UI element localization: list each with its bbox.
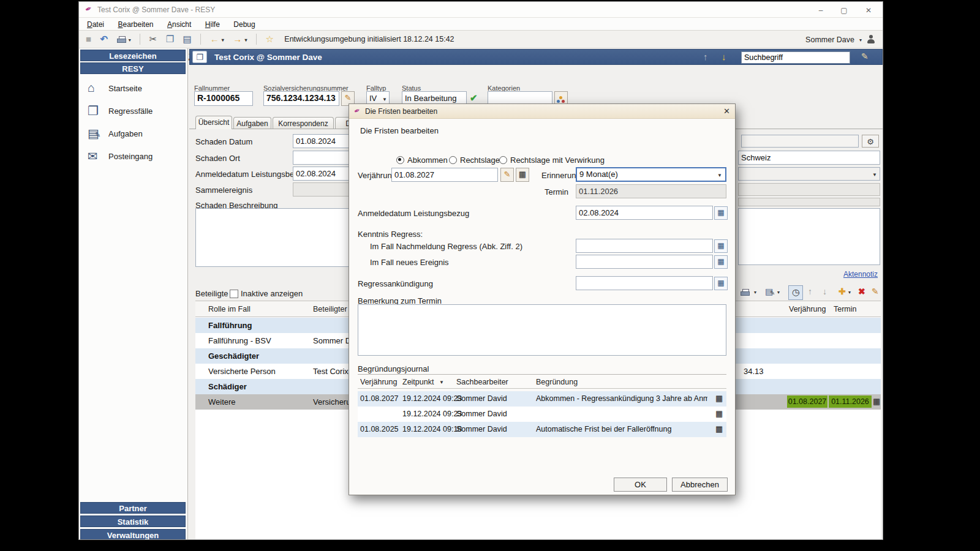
journal-col-verjaehrung[interactable]: Verjährung (360, 378, 397, 386)
tab-aufgaben[interactable]: Aufgaben (233, 117, 271, 129)
radio-rechtslage-verwirkung[interactable]: Rechtslage mit Verwirkung (499, 156, 605, 165)
nav-up-icon[interactable]: ↑ (703, 51, 708, 62)
date-transfer-icon[interactable]: ▦ (714, 277, 728, 290)
journal-row[interactable]: 01.08.2025 19.12.2024 09:18 Sommer David… (358, 422, 726, 437)
radio-rechtslage[interactable]: Rechtslage (449, 156, 500, 165)
menu-ansicht[interactable]: Ansicht (162, 18, 197, 31)
paste-icon[interactable]: ▤ (183, 34, 192, 45)
settings-button[interactable]: ⚙ (862, 135, 879, 148)
back-icon[interactable]: ← ▾ (210, 34, 224, 44)
add-caret-icon[interactable]: ▾ (848, 290, 851, 295)
print-icon[interactable]: ▾ (117, 34, 131, 44)
inaktive-checkbox[interactable] (230, 290, 238, 298)
delete-icon[interactable]: ✖ (858, 287, 865, 296)
bemerkung-textarea[interactable] (358, 304, 726, 356)
menu-hilfe[interactable]: Hilfe (200, 18, 225, 31)
copy-icon[interactable]: ❐ (166, 34, 174, 45)
sidebar-section-partner[interactable]: Partner (80, 502, 186, 514)
nachmeldung-field[interactable] (576, 239, 713, 253)
radio-selected-icon (396, 156, 404, 164)
fallnummer-field[interactable]: R-1000065 (194, 91, 253, 106)
col-termin[interactable]: Termin (834, 305, 857, 313)
toolbar-separator (140, 34, 140, 45)
app-icon: ✒ (83, 3, 93, 14)
nav-down-icon[interactable]: ↓ (722, 51, 726, 62)
journal-row[interactable]: 01.08.2027 19.12.2024 09:23 Sommer David… (358, 391, 726, 407)
radio-abkommen[interactable]: Abkommen (396, 156, 448, 165)
dialog-title: Die Fristen bearbeiten (365, 107, 437, 116)
sidebar-section-lesezeichen[interactable]: Lesezeichen (80, 50, 186, 61)
cancel-button[interactable]: Abbrechen (672, 478, 728, 492)
verjaehrung-field[interactable]: 01.08.2027 (391, 168, 498, 182)
neues-ereignis-field[interactable] (576, 255, 713, 269)
erinnerung-select[interactable]: 9 Monat(e) ▼ (576, 167, 726, 182)
tab-uebersicht[interactable]: Übersicht (195, 116, 232, 129)
user-caret-icon[interactable]: ▾ (859, 37, 862, 43)
maximize-button[interactable]: ▢ (835, 5, 853, 16)
search-input[interactable] (741, 51, 850, 64)
report-icon[interactable]: ▤✎ (765, 287, 773, 296)
print-icon[interactable] (741, 287, 750, 297)
chevron-down-icon: ▼ (382, 97, 387, 102)
move-up-icon[interactable]: ↑ (808, 287, 812, 296)
menu-debug[interactable]: Debug (228, 18, 260, 31)
col-verjaehrung[interactable]: Verjährung (789, 305, 826, 313)
dialog-anmeldedatum-field[interactable]: 02.08.2024 (576, 206, 713, 220)
sidebar-section-statistik[interactable]: Statistik (80, 515, 186, 527)
verjaehrung-calc-button[interactable]: ▦ (516, 168, 529, 182)
calculator-icon[interactable]: ▦ (873, 397, 880, 406)
ok-button[interactable]: OK (614, 478, 667, 492)
menu-bearbeiten[interactable]: Bearbeiten (112, 18, 159, 31)
report-caret-icon[interactable]: ▾ (777, 290, 780, 295)
col-rolle[interactable]: Rolle im Fall (208, 305, 251, 313)
favorite-star-icon[interactable]: ☆ (265, 34, 273, 45)
dialog-close-icon[interactable]: ✕ (723, 107, 730, 116)
verjaehrung-edit-button[interactable]: ✎ (500, 168, 514, 182)
sidebar-section-verwaltungen[interactable]: Verwaltungen (80, 529, 186, 540)
calculator-icon[interactable]: ▦ (715, 424, 723, 433)
right-notes-textarea[interactable] (738, 208, 880, 265)
journal-row[interactable]: 19.12.2024 09:23 Sommer David ▦ (358, 407, 726, 422)
user-person-icon[interactable] (867, 35, 875, 43)
close-button[interactable]: ✕ (859, 5, 878, 16)
sidebar-item-posteingang[interactable]: ✉ Posteingang (85, 148, 183, 167)
menu-bar: Datei Bearbeiten Ansicht Hilfe Debug (79, 18, 883, 31)
journal-col-zeitpunkt[interactable]: Zeitpunkt (402, 378, 434, 386)
country-field[interactable]: Schweiz (738, 151, 880, 165)
sort-desc-icon[interactable]: ▼ (439, 380, 444, 385)
add-icon[interactable]: ✚ (839, 287, 846, 296)
toolbar-separator (200, 34, 201, 45)
journal-col-begruendung[interactable]: Begründung (536, 378, 578, 386)
svn-field[interactable]: 756.1234.1234.13 (263, 91, 339, 106)
regressankuendigung-field[interactable] (576, 276, 713, 290)
pencil-icon: ✎ (504, 170, 511, 179)
journal-col-sachbearbeiter[interactable]: Sachbearbeiter (456, 378, 508, 386)
anmeldedatum-label: Anmeldedatum Leistungsbezug (195, 170, 307, 179)
date-transfer-icon[interactable]: ▦ (714, 206, 728, 220)
calculator-icon[interactable]: ▦ (715, 409, 723, 418)
cut-icon[interactable]: ✂ (149, 34, 157, 45)
move-down-icon[interactable]: ↓ (823, 287, 827, 296)
sidebar-section-resy[interactable]: RESY (80, 62, 186, 74)
print-caret-icon[interactable]: ▾ (754, 290, 756, 295)
aktennotiz-link[interactable]: Aktennotiz (843, 270, 878, 279)
sidebar-item-startseite[interactable]: ⌂ Startseite (85, 80, 183, 99)
date-transfer-icon[interactable]: ▦ (714, 239, 728, 253)
kenntnis-regress-label: Kenntnis Regress: (358, 230, 423, 239)
date-transfer-icon[interactable]: ▦ (714, 255, 728, 269)
edit-pencil-icon[interactable]: ✎ (861, 51, 869, 61)
tab-korrespondenz[interactable]: Korrespondenz (273, 117, 334, 129)
forward-icon[interactable]: → ▾ (233, 34, 247, 44)
user-menu[interactable]: Sommer Dave (805, 36, 854, 44)
calculator-icon[interactable]: ▦ (715, 394, 723, 403)
minimize-button[interactable]: – (812, 5, 830, 16)
edit-pencil-icon[interactable]: ✎ (872, 287, 879, 296)
undo-icon[interactable]: ↶ (100, 34, 108, 45)
dialog-title-bar[interactable]: ✒ Die Fristen bearbeiten ✕ (349, 104, 735, 119)
save-icon[interactable]: ■ (86, 34, 91, 44)
stopwatch-toggle[interactable]: ◷ (788, 285, 803, 300)
right-top-field[interactable] (741, 135, 859, 148)
menu-datei[interactable]: Datei (81, 18, 110, 31)
right-combo-field[interactable]: ▼ (738, 167, 880, 181)
col-beteiligter[interactable]: Beteiligter (313, 305, 347, 313)
